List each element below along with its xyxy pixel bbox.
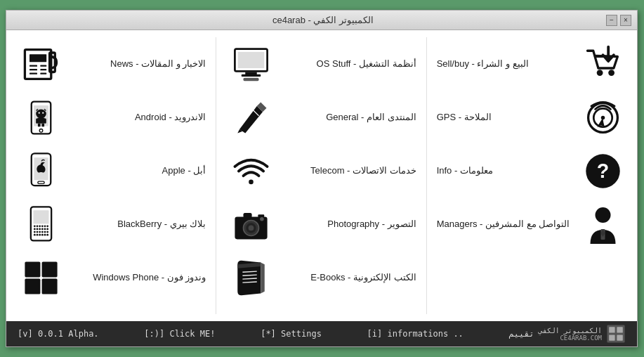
svg-point-12 [38, 112, 39, 113]
svg-point-40 [36, 231, 38, 233]
svg-point-35 [39, 228, 41, 230]
svg-point-29 [39, 225, 41, 227]
ebooks-label: الكتب الإلكترونية - E-Books [275, 271, 416, 284]
svg-point-46 [36, 233, 38, 235]
svg-rect-51 [25, 261, 40, 277]
svg-point-30 [41, 225, 43, 227]
svg-point-32 [46, 225, 48, 227]
menu-item-apple[interactable]: أبل - Apple [13, 144, 209, 197]
svg-point-78 [600, 115, 605, 119]
svg-point-38 [46, 228, 48, 230]
svg-rect-86 [617, 327, 622, 332]
svg-point-65 [248, 225, 254, 231]
svg-rect-53 [25, 278, 40, 294]
svg-text:?: ? [596, 160, 608, 182]
menu-item-sell-buy[interactable]: البيع و الشراء - Sell/buy [434, 37, 630, 91]
news-icon [16, 43, 65, 85]
svg-rect-66 [243, 213, 251, 218]
svg-point-41 [39, 231, 41, 233]
apple-icon [16, 150, 65, 192]
blackberry-icon [16, 203, 65, 245]
general-label: المنتدى العام - General [275, 111, 416, 124]
svg-point-61 [249, 179, 254, 184]
svg-rect-0 [25, 49, 51, 79]
svg-point-33 [33, 228, 35, 230]
menu-item-news[interactable]: الاخبار و المقالات - News [13, 37, 209, 91]
status-settings[interactable]: [*] Settings [261, 329, 322, 339]
svg-point-28 [36, 225, 38, 227]
menu-item-gps[interactable]: الملاحة - GPS [434, 91, 630, 144]
news-label: الاخبار و المقالات - News [65, 58, 206, 70]
svg-rect-16 [37, 117, 45, 123]
managers-label: التواصل مع المشرفين - Managers [437, 218, 578, 231]
svg-rect-87 [609, 335, 615, 340]
svg-point-49 [44, 233, 46, 235]
svg-rect-6 [40, 69, 46, 70]
svg-point-68 [260, 217, 264, 221]
svg-point-43 [44, 231, 46, 233]
middle-column: أنظمة التشغيل - OS Stuff المنتدى العام -… [216, 37, 426, 314]
svg-point-42 [41, 231, 43, 233]
svg-rect-3 [29, 69, 37, 70]
content-area: الاخبار و المقالات - News [6, 30, 637, 321]
svg-point-21 [39, 129, 43, 132]
book-icon [226, 257, 275, 299]
menu-item-ebooks[interactable]: الكتب الإلكترونية - E-Books [223, 251, 419, 304]
menu-item-telecom[interactable]: خدمات الاتصالات - Telecom [223, 144, 419, 197]
status-rating-label[interactable]: تقييم [509, 329, 534, 339]
menu-item-managers[interactable]: التواصل مع المشرفين - Managers [434, 197, 630, 251]
svg-point-47 [39, 233, 41, 235]
window-controls: − × [606, 15, 631, 26]
svg-point-48 [41, 233, 43, 235]
svg-rect-56 [238, 51, 264, 67]
minimize-button[interactable]: − [606, 15, 617, 26]
status-info[interactable]: [i] informations .. [367, 329, 464, 339]
menu-item-photography[interactable]: التصوير - Photography [223, 197, 419, 251]
close-button[interactable]: × [620, 15, 631, 26]
status-click[interactable]: [:)] Click ME! [144, 329, 215, 339]
svg-point-74 [608, 70, 615, 76]
menu-item-general[interactable]: المنتدى العام - General [223, 91, 419, 144]
menu-item-os-stuff[interactable]: أنظمة التشغيل - OS Stuff [223, 37, 419, 91]
right-column: البيع و الشراء - Sell/buy [427, 37, 637, 314]
svg-point-13 [42, 112, 44, 113]
menu-item-blackberry[interactable]: بلاك بيري - BlackBerry [13, 197, 209, 251]
svg-rect-59 [243, 77, 258, 80]
sell-buy-label: البيع و الشراء - Sell/buy [437, 58, 578, 70]
android-label: الاندرويد - Android [65, 111, 206, 124]
logo-text-2: CE4ARAB.COM [539, 335, 602, 342]
svg-rect-17 [36, 118, 38, 123]
left-column: الاخبار و المقالات - News [6, 37, 216, 314]
status-rating[interactable]: الكمبيوتر الكفي CE4ARAB.COM تقييم [509, 324, 626, 344]
menu-item-android[interactable]: الاندرويد - Android [13, 91, 209, 144]
statusbar: [v] 0.0.1 Alpha. [:)] Click ME! [*] Sett… [6, 321, 637, 346]
info-label: معلومات - Info [437, 164, 578, 177]
status-version[interactable]: [v] 0.0.1 Alpha. [18, 329, 99, 339]
menu-item-info[interactable]: ? معلومات - Info [434, 144, 630, 197]
menu-item-windows-phone[interactable]: وندوز فون - Windows Phone [13, 251, 209, 304]
apple-label: أبل - Apple [65, 164, 206, 177]
logo-icon [606, 324, 626, 344]
svg-point-31 [44, 225, 46, 227]
svg-rect-19 [37, 123, 40, 126]
windows-icon [16, 257, 65, 299]
svg-point-81 [595, 207, 610, 223]
svg-point-37 [44, 228, 46, 230]
gps-icon [578, 96, 627, 138]
svg-point-36 [41, 228, 43, 230]
svg-point-27 [33, 225, 35, 227]
os-stuff-label: أنظمة التشغيل - OS Stuff [275, 58, 416, 70]
svg-point-73 [596, 70, 603, 76]
gps-label: الملاحة - GPS [437, 111, 578, 124]
svg-rect-52 [41, 261, 57, 277]
svg-rect-26 [33, 210, 48, 223]
camera-icon [226, 203, 275, 245]
manager-icon [578, 203, 627, 245]
photography-label: التصوير - Photography [275, 218, 416, 231]
cart-icon [578, 43, 627, 85]
wifi-icon [226, 150, 275, 192]
svg-rect-24 [37, 181, 44, 183]
monitor-icon [226, 43, 275, 85]
info-icon: ? [578, 150, 627, 192]
blackberry-label: بلاك بيري - BlackBerry [65, 218, 206, 231]
